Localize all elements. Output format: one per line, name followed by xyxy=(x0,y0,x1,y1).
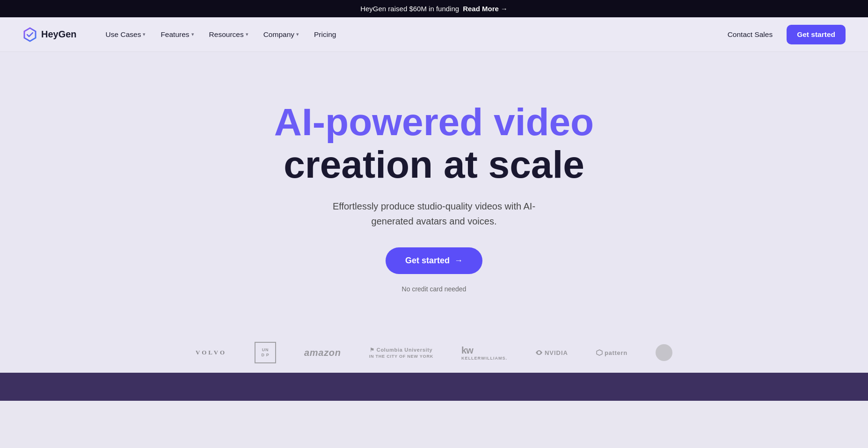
hero-title-line1: AI-powered video xyxy=(274,101,594,143)
hero-title: AI-powered video creation at scale xyxy=(274,101,594,185)
logo-volvo: VOLVO xyxy=(196,349,226,356)
contact-sales-link[interactable]: Contact Sales xyxy=(721,27,780,43)
logo-undp: UND P xyxy=(255,342,276,363)
navbar-get-started-button[interactable]: Get started xyxy=(787,25,846,44)
logo-text: HeyGen xyxy=(41,29,77,40)
nav-item-pricing[interactable]: Pricing xyxy=(307,27,343,43)
svg-marker-1 xyxy=(597,350,602,355)
pattern-icon xyxy=(596,349,603,356)
hero-cta-wrapper: Get started → No credit card needed xyxy=(386,247,482,293)
hero-no-card-text: No credit card needed xyxy=(402,285,467,293)
nav-item-use-cases[interactable]: Use Cases ▾ xyxy=(99,27,153,43)
logo-other xyxy=(656,344,672,361)
hero-title-line2: creation at scale xyxy=(284,143,584,186)
nav-item-company[interactable]: Company ▾ xyxy=(257,27,306,43)
navbar: HeyGen Use Cases ▾ Features ▾ Resources … xyxy=(0,17,868,52)
logo-kw: kwKELLERWILLIAMS. xyxy=(461,345,507,361)
logos-section: VOLVO UND P amazon ⚑ Columbia University… xyxy=(0,323,868,373)
announcement-bar: HeyGen raised $60M in funding Read More … xyxy=(0,0,868,17)
svg-marker-0 xyxy=(24,28,36,41)
bottom-teaser xyxy=(0,373,868,401)
hero-subtitle: Effortlessly produce studio-quality vide… xyxy=(322,199,547,229)
heygen-logo-icon xyxy=(22,27,37,42)
logo-pattern: pattern xyxy=(596,349,627,356)
chevron-down-icon: ▾ xyxy=(143,31,146,37)
chevron-down-icon: ▾ xyxy=(246,31,248,37)
nav-item-resources[interactable]: Resources ▾ xyxy=(203,27,255,43)
nav-item-features[interactable]: Features ▾ xyxy=(154,27,200,43)
nvidia-eye-icon xyxy=(535,350,543,355)
logo-nvidia: NVIDIA xyxy=(535,349,568,356)
navbar-nav: Use Cases ▾ Features ▾ Resources ▾ Compa… xyxy=(99,27,721,43)
navbar-actions: Contact Sales Get started xyxy=(721,25,846,44)
hero-get-started-button[interactable]: Get started → xyxy=(386,247,482,274)
logo-amazon: amazon xyxy=(304,347,341,358)
logo-columbia: ⚑ Columbia UniversityIN THE CITY OF NEW … xyxy=(369,347,433,359)
hero-section: AI-powered video creation at scale Effor… xyxy=(0,52,868,323)
announcement-text: HeyGen raised $60M in funding xyxy=(360,5,459,13)
announcement-cta[interactable]: Read More → xyxy=(463,5,508,13)
chevron-down-icon: ▾ xyxy=(296,31,299,37)
logo-link[interactable]: HeyGen xyxy=(22,27,77,42)
chevron-down-icon: ▾ xyxy=(191,31,194,37)
